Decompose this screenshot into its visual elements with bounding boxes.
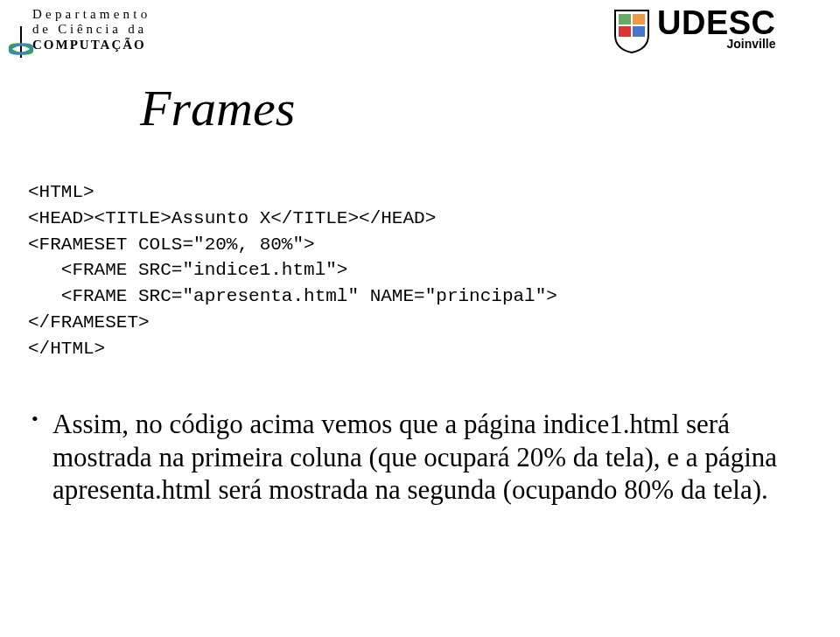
udesc-text: UDESC Joinville (657, 7, 776, 51)
spiral-icon (6, 24, 36, 60)
code-line: <HEAD><TITLE>Assunto X</TITLE></HEAD> (28, 208, 436, 228)
slide-header: Departamento de Ciência da COMPUTAÇÃO UD… (0, 0, 840, 74)
udesc-logo: UDESC Joinville (612, 7, 817, 54)
code-line: <FRAME SRC="indice1.html"> (28, 260, 347, 280)
code-line: <HTML> (28, 182, 94, 202)
dept-line2: de Ciência da (32, 22, 192, 37)
dept-line3: COMPUTAÇÃO (32, 38, 192, 52)
udesc-sub: Joinville (657, 37, 776, 51)
svg-rect-4 (619, 14, 631, 24)
code-line: </FRAMESET> (28, 312, 150, 332)
bullet-item: Assim, no código acima vemos que a págin… (28, 408, 788, 507)
udesc-name: UDESC (657, 7, 776, 38)
svg-rect-5 (633, 14, 645, 24)
body-text: Assim, no código acima vemos que a págin… (28, 408, 788, 507)
code-line: <FRAME SRC="apresenta.html" NAME="princi… (28, 286, 557, 306)
code-line: <FRAMESET COLS="20%, 80%"> (28, 234, 315, 255)
dept-line1: Departamento (32, 7, 192, 22)
dept-logo: Departamento de Ciência da COMPUTAÇÃO (4, 7, 192, 52)
code-block: <HTML> <HEAD><TITLE>Assunto X</TITLE></H… (28, 179, 840, 362)
slide-title: Frames (140, 79, 840, 137)
udesc-shield-icon (612, 7, 652, 54)
svg-rect-6 (619, 26, 631, 37)
dept-text: Departamento de Ciência da COMPUTAÇÃO (32, 7, 192, 52)
svg-rect-7 (633, 26, 645, 37)
code-line: </HTML> (28, 339, 105, 359)
